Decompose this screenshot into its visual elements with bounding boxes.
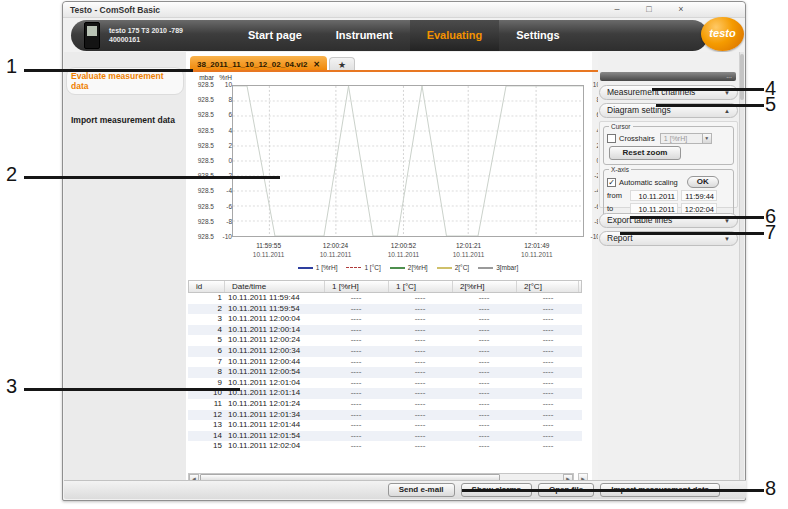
- panel-splitter-bar[interactable]: ...: [600, 72, 736, 81]
- column-header-ch2-rh[interactable]: 2[%rH]: [453, 281, 517, 292]
- table-row[interactable]: 610.11.2011 12:00:34----------------: [188, 346, 582, 357]
- cursor-group-title: Cursor: [609, 123, 633, 130]
- table-row[interactable]: 1010.11.2011 12:01:14----------------: [188, 388, 582, 399]
- cell-ch2-c: ----: [516, 346, 580, 357]
- nav-bar: testo 175 T3 2010 -789 40000161 Start pa…: [71, 20, 708, 51]
- from-time-field[interactable]: 11:59:44: [681, 190, 717, 201]
- send-email-button[interactable]: Send e-mail: [388, 483, 455, 497]
- chart-plot[interactable]: [232, 85, 584, 237]
- y-axis-label-rh: 10: [216, 81, 232, 88]
- table-row[interactable]: 410.11.2011 12:00:14----------------: [188, 325, 582, 336]
- star-icon: ★: [338, 60, 346, 70]
- callout-number-7: 7: [765, 222, 776, 242]
- nav-tabs: Start page Instrument Evaluating Setting…: [231, 20, 577, 51]
- cell-datetime: 10.11.2011 12:01:04: [224, 378, 324, 389]
- crosshairs-label: Crosshairs: [619, 134, 655, 143]
- device-name: testo 175 T3 2010 -789: [109, 27, 183, 34]
- cell-ch2-c: ----: [516, 357, 580, 368]
- close-icon[interactable]: ×: [673, 3, 689, 16]
- cell-ch1-rh: ----: [324, 388, 388, 399]
- window-controls: – □ ×: [609, 3, 689, 16]
- maximize-icon[interactable]: □: [641, 3, 657, 16]
- column-header-ch2-c[interactable]: 2[°C]: [517, 281, 579, 292]
- automatic-scaling-label: Automatic scaling: [619, 178, 678, 187]
- cell-ch1-c: ----: [388, 346, 452, 357]
- file-tab-label: 38_2011_11_10_12_02_04.vi2: [197, 60, 307, 69]
- sidebar-item-import-measurement-data[interactable]: Import measurement data: [71, 115, 184, 125]
- table-row[interactable]: 810.11.2011 12:00:54----------------: [188, 367, 582, 378]
- y-axis-label-mbar: 928.5: [188, 157, 214, 164]
- legend-item: 2[°C]: [437, 264, 470, 271]
- cell-ch2-rh: ----: [452, 325, 516, 336]
- cell-ch1-rh: ----: [324, 314, 388, 325]
- tab-close-icon[interactable]: ✕: [313, 60, 320, 69]
- tab-instrument[interactable]: Instrument: [319, 20, 410, 51]
- y-axis-label-mbar: 928.5: [188, 203, 214, 210]
- cell-ch1-rh: ----: [324, 410, 388, 421]
- tab-settings[interactable]: Settings: [499, 20, 576, 51]
- cell-ch1-rh: ----: [324, 304, 388, 315]
- channel-select[interactable]: 1 [%rH] ▼: [660, 133, 712, 144]
- callout-number-1: 1: [6, 56, 17, 76]
- cell-datetime: 10.11.2011 12:00:24: [224, 335, 324, 346]
- table-row[interactable]: 1310.11.2011 12:01:44----------------: [188, 420, 582, 431]
- x-axis-group-title: X-axis: [609, 166, 631, 173]
- table-row[interactable]: 1410.11.2011 12:01:54----------------: [188, 431, 582, 442]
- column-header-ch1-c[interactable]: 1 [°C]: [389, 281, 453, 292]
- table-row[interactable]: 710.11.2011 12:00:44----------------: [188, 357, 582, 368]
- cell-ch2-rh: ----: [452, 378, 516, 389]
- cell-datetime: 10.11.2011 12:00:04: [224, 314, 324, 325]
- measurement-table: idDate/time1 [%rH]1 [°C]2[%rH]2[°C] 110.…: [188, 280, 582, 452]
- tab-evaluating[interactable]: Evaluating: [410, 20, 500, 51]
- table-row[interactable]: 1110.11.2011 12:01:24----------------: [188, 399, 582, 410]
- tab-start-page[interactable]: Start page: [231, 20, 319, 51]
- callout-line-1: [24, 69, 193, 72]
- testo-logo: testo: [701, 17, 744, 51]
- minimize-icon[interactable]: –: [609, 3, 625, 16]
- cell-ch1-c: ----: [388, 325, 452, 336]
- column-header-ch1-rh[interactable]: 1 [%rH]: [325, 281, 389, 292]
- y-axis-label-mbar: 928.5: [188, 81, 214, 88]
- panel-scrollbar-thumb[interactable]: [740, 54, 744, 100]
- cursor-group: Cursor Crosshairs 1 [%rH] ▼ Reset zoom: [603, 126, 734, 165]
- crosshairs-checkbox[interactable]: [607, 134, 616, 143]
- combo-arrow-icon[interactable]: ▼: [702, 134, 711, 143]
- callout-number-2: 2: [6, 164, 17, 184]
- table-row[interactable]: 110.11.2011 11:59:44----------------: [188, 293, 582, 304]
- title-bar[interactable]: Testo - ComSoft Basic – □ ×: [63, 2, 745, 18]
- table-row[interactable]: 910.11.2011 12:01:04----------------: [188, 378, 582, 389]
- automatic-scaling-checkbox[interactable]: ✓: [607, 178, 616, 187]
- column-header-datetime[interactable]: Date/time: [225, 281, 325, 292]
- legend-label: 1 [°C]: [364, 264, 380, 271]
- table-row[interactable]: 210.11.2011 11:59:54----------------: [188, 304, 582, 315]
- window-title: Testo - ComSoft Basic: [70, 5, 160, 15]
- column-header-id[interactable]: id: [189, 281, 225, 292]
- app-window: Testo - ComSoft Basic – □ × testo 175 T3…: [62, 1, 746, 501]
- y-axis-label-mbar: 928.5: [188, 187, 214, 194]
- reset-zoom-button[interactable]: Reset zoom: [609, 146, 681, 160]
- cell-ch2-rh: ----: [452, 335, 516, 346]
- y-axis-unit-rh: %rH: [216, 74, 232, 81]
- table-row[interactable]: 510.11.2011 12:00:24----------------: [188, 335, 582, 346]
- cell-datetime: 10.11.2011 11:59:44: [224, 293, 324, 304]
- ok-button[interactable]: OK: [687, 176, 719, 188]
- legend-item: 2[%rH]: [390, 264, 428, 271]
- cell-datetime: 10.11.2011 12:02:04: [224, 441, 324, 452]
- table-row[interactable]: 1510.11.2011 12:02:04----------------: [188, 441, 582, 452]
- table-row[interactable]: 1210.11.2011 12:01:34----------------: [188, 410, 582, 421]
- cell-ch2-c: ----: [516, 420, 580, 431]
- cell-ch1-c: ----: [388, 314, 452, 325]
- cell-ch1-c: ----: [388, 441, 452, 452]
- cell-ch1-c: ----: [388, 420, 452, 431]
- cell-ch2-c: ----: [516, 367, 580, 378]
- to-label: to: [607, 204, 627, 213]
- legend-label: 2[°C]: [455, 264, 470, 271]
- cell-datetime: 10.11.2011 12:01:54: [224, 431, 324, 442]
- callout-number-5: 5: [765, 94, 776, 114]
- table-row[interactable]: 310.11.2011 12:00:04----------------: [188, 314, 582, 325]
- panel-vertical-scrollbar[interactable]: [739, 52, 744, 482]
- cell-ch2-c: ----: [516, 293, 580, 304]
- from-date-field[interactable]: 10.11.2011: [630, 190, 678, 201]
- y-axis-label-mbar: 928.5: [188, 96, 214, 103]
- cell-ch2-c: ----: [516, 431, 580, 442]
